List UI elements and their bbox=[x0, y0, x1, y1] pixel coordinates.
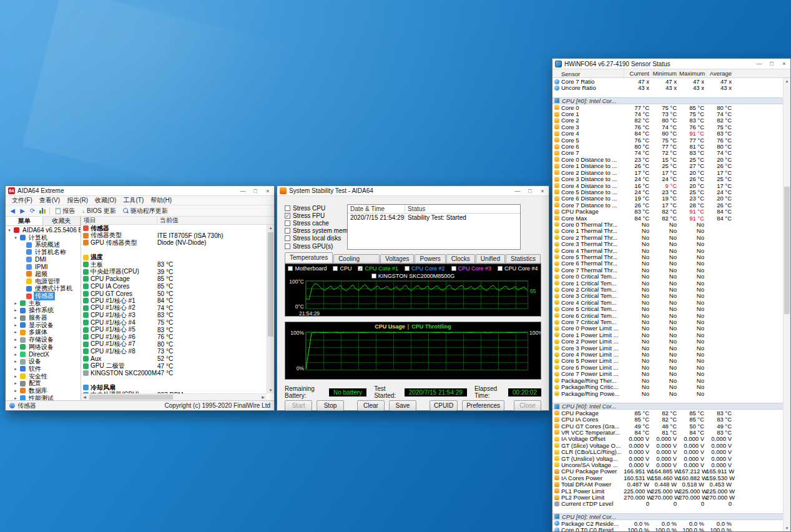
list-row-kingston-skc2000m8500g[interactable]: KINGSTON SKC2000M8500G47 °C bbox=[81, 370, 267, 377]
stability-titlebar[interactable]: System Stability Test - AIDA64 — □ × bbox=[277, 186, 549, 196]
tab-statistics[interactable]: Statistics bbox=[506, 254, 541, 263]
sensor-row-core-4-critical-tem[interactable]: Core 4 Critical Tem...NoNoNo bbox=[553, 299, 783, 305]
list-row-gpu[interactable]: GPU 传感器类型Diode (NV-Diode) bbox=[81, 239, 267, 247]
nav-tab-[interactable]: 菜单 bbox=[6, 217, 43, 225]
sensor-row-core-1-distance-to[interactable]: Core 1 Distance to ...26 °C25 °C27 °C26 … bbox=[553, 162, 783, 169]
horizontal-scrollbar[interactable]: ◀ ▶ bbox=[81, 393, 267, 400]
checkbox-stress-gpu-s[interactable]: Stress GPU(s) bbox=[285, 242, 356, 250]
legend-cpu-core-1[interactable]: ✓CPU Core #1 bbox=[358, 265, 398, 272]
legend-motherboard[interactable]: Motherboard bbox=[288, 265, 327, 272]
sensor-row-core-0-critical-tem[interactable]: Core 0 Critical Tem...NoNoNo bbox=[553, 273, 783, 279]
expander-icon[interactable]: ▸ bbox=[13, 315, 18, 320]
list-row-cpu-package[interactable]: CPU Package85 °C bbox=[81, 275, 267, 283]
sensor-row-core-1-thermal-thr[interactable]: Core 1 Thermal Thr...NoNoNo bbox=[553, 227, 783, 234]
sensor-row-current-ctdp-level[interactable]: Current cTDP Level0000 bbox=[553, 500, 783, 506]
sensor-row-core-4-thermal-thr[interactable]: Core 4 Thermal Thr...NoNoNo bbox=[553, 247, 783, 254]
checkbox-stress-system-memory[interactable]: Stress system memory bbox=[285, 227, 356, 235]
expander-icon[interactable]: ▸ bbox=[13, 330, 18, 335]
tree-item-[interactable]: ▸性能测试 bbox=[6, 395, 81, 400]
bar-chart-icon[interactable] bbox=[39, 207, 46, 214]
expander-icon[interactable]: ▸ bbox=[13, 367, 18, 372]
sensor-row-package-ring-critic[interactable]: Package/Ring Critic...NoNoNo bbox=[553, 383, 783, 390]
legend-kingston-skc2000m8500g[interactable]: KINGSTON SKC2000M8500G bbox=[371, 273, 454, 279]
sensor-row-core-6-power-limit[interactable]: Core 6 Power Limit ...NoNoNo bbox=[553, 364, 783, 370]
legend-cpu-core-2[interactable]: CPU Core #2 bbox=[405, 265, 445, 272]
sensor-row-core-0-thermal-thr[interactable]: Core 0 Thermal Thr...NoNoNo bbox=[553, 221, 783, 227]
sensor-row-core-2-critical-tem[interactable]: Core 2 Critical Tem...NoNoNo bbox=[553, 286, 783, 292]
log-row[interactable]: 2020/7/15 21:54:29Stability Test: Starte… bbox=[348, 214, 520, 221]
sensor-row-core-0-distance-to[interactable]: Core 0 Distance to ...23 °C15 °C25 °C20 … bbox=[553, 156, 783, 162]
minimize-button[interactable]: — bbox=[511, 186, 524, 195]
sensor-row-vr-vcc-temperatur[interactable]: VR VCC Temperatur...84 °C81 °C84 °C83 °C bbox=[553, 429, 783, 435]
expander-icon[interactable]: ▸ bbox=[13, 388, 18, 393]
sensor-row-core-5[interactable]: Core 576 °C75 °C77 °C76 °C bbox=[553, 137, 783, 143]
log-column-datetime[interactable]: Date & Time bbox=[348, 205, 405, 212]
menu-h[interactable]: 帮助(H) bbox=[147, 196, 175, 205]
tree-item-[interactable]: ▸设备 bbox=[6, 358, 81, 365]
column-header-item[interactable]: 项目 bbox=[81, 216, 157, 225]
sensor-row-uncore-ratio[interactable]: Uncore Ratio43 x43 x43 x43 x bbox=[553, 84, 783, 91]
nav-tab-[interactable]: 收藏夹 bbox=[43, 217, 81, 225]
tab-powers[interactable]: Powers bbox=[415, 254, 445, 263]
menu-v[interactable]: 查看(V) bbox=[36, 196, 63, 205]
expander-icon[interactable]: ▸ bbox=[13, 337, 18, 342]
scrollbar-thumb[interactable] bbox=[89, 395, 173, 400]
sensor-row-core-3-distance-to[interactable]: Core 3 Distance to ...24 °C24 °C26 °C25 … bbox=[553, 175, 783, 182]
sensor-row-ia-cores-power[interactable]: IA Cores Power160.531 W158.460 W160.882 … bbox=[553, 475, 783, 481]
checkbox-stress-cpu[interactable]: Stress CPU bbox=[285, 204, 356, 212]
sensor-row-core-6-critical-tem[interactable]: Core 6 Critical Tem...NoNoNo bbox=[553, 312, 783, 318]
tab-clocks[interactable]: Clocks bbox=[446, 254, 475, 263]
sensor-row-core-2[interactable]: Core 282 °C80 °C83 °C82 °C bbox=[553, 117, 783, 123]
scroll-down-button[interactable]: ▼ bbox=[784, 525, 790, 531]
legend-cpu-core-3[interactable]: CPU Core #3 bbox=[451, 265, 492, 272]
tree-item-dmi[interactable]: DMI bbox=[6, 256, 81, 264]
scroll-down-button[interactable]: ▼ bbox=[267, 387, 274, 393]
maximize-button[interactable]: □ bbox=[765, 59, 778, 69]
tree-item-[interactable]: 计算机名称 bbox=[6, 249, 81, 256]
sensor-row-core-2-thermal-thr[interactable]: Core 2 Thermal Thr...NoNoNo bbox=[553, 234, 783, 240]
close-test-button[interactable]: Close bbox=[514, 400, 541, 411]
expander-icon[interactable]: ▸ bbox=[13, 308, 18, 313]
list-row-cpu-1-8[interactable]: CPU #1/核心 #873 °C bbox=[81, 348, 267, 355]
sensor-row-core-2-distance-to[interactable]: Core 2 Distance to ...17 °C17 °C20 °C17 … bbox=[553, 169, 783, 175]
sensor-row-cpu-gt-cores-gra[interactable]: CPU GT Cores (Gra...49 °C48 °C50 °C49 °C bbox=[553, 423, 783, 429]
scrollbar-thumb[interactable] bbox=[784, 187, 790, 313]
expander-icon[interactable]: ▸ bbox=[13, 301, 18, 306]
expander-icon[interactable]: ▸ bbox=[13, 374, 18, 379]
vertical-scrollbar[interactable]: ▲ ▼ bbox=[267, 225, 274, 393]
sensor-section-header[interactable]: CPU [#0]: Intel Cor... bbox=[553, 403, 783, 409]
minimize-button[interactable]: — bbox=[753, 59, 765, 69]
aida64-titlebar[interactable]: 64 AIDA64 Extreme — □ × bbox=[6, 186, 274, 196]
sensor-row-ia-voltage-offset[interactable]: IA Voltage Offset0.000 V0.000 V0.000 V0.… bbox=[553, 435, 783, 441]
list-row-cpu[interactable]: 中央处理器(CPU)39 °C bbox=[81, 268, 267, 276]
sensor-row-core-5-distance-to[interactable]: Core 5 Distance to ...24 °C23 °C25 °C24 … bbox=[553, 189, 783, 195]
sensor-row-pl2-power-limit[interactable]: PL2 Power Limit270.000 W270.000 W270.000… bbox=[553, 494, 783, 500]
tab-voltages[interactable]: Voltages bbox=[380, 254, 414, 263]
close-button[interactable]: × bbox=[262, 186, 274, 195]
sensor-row-core-1[interactable]: Core 174 °C73 °C75 °C74 °C bbox=[553, 111, 783, 117]
sensor-row-uncore-sa-voltage[interactable]: Uncore/SA Voltage ...0.000 V0.000 V0.000… bbox=[553, 461, 783, 468]
refresh-icon[interactable]: ⟳ bbox=[28, 207, 37, 214]
bios-update-button[interactable]: ↓ BIOS 更新 bbox=[79, 207, 119, 215]
checkbox-stress-fpu[interactable]: ✓Stress FPU bbox=[285, 212, 356, 219]
expander-icon[interactable]: ▸ bbox=[13, 359, 18, 364]
sensor-row-core-1-critical-tem[interactable]: Core 1 Critical Tem...NoNoNo bbox=[553, 280, 783, 286]
tab-unified[interactable]: Unified bbox=[476, 254, 505, 263]
list-row-cpu-ia-cores[interactable]: CPU IA Cores85 °C bbox=[81, 283, 267, 290]
column-header-average[interactable]: Average bbox=[706, 69, 734, 78]
tree-item-[interactable]: ▸网络设备 bbox=[6, 343, 81, 351]
sensor-row-cpu-package-power[interactable]: CPU Package Power166.951 W164.885 W167.2… bbox=[553, 468, 783, 474]
sensor-row-core-1-power-limit[interactable]: Core 1 Power Limit ...NoNoNo bbox=[553, 332, 783, 338]
sensor-row-cpu-package[interactable]: CPU Package85 °C82 °C85 °C83 °C bbox=[553, 410, 783, 416]
sensor-row-core-0[interactable]: Core 077 °C75 °C85 °C80 °C bbox=[553, 104, 783, 111]
maximize-button[interactable]: □ bbox=[249, 186, 262, 195]
tree-item-directx[interactable]: ▸DirectX bbox=[6, 351, 81, 358]
checkbox-stress-local-disks[interactable]: Stress local disks bbox=[285, 235, 356, 242]
sensor-row-gt-slice-voltage-o[interactable]: GT (Slice) Voltage O...0.000 V0.000 V0.0… bbox=[553, 442, 783, 448]
sensor-row-cpu-package[interactable]: CPU Package83 °C82 °C91 °C84 °C bbox=[553, 208, 783, 214]
sensor-row-core-0-power-limit[interactable]: Core 0 Power Limit ...NoNoNo bbox=[553, 325, 783, 331]
tab-cooling-fans[interactable]: Cooling Fans bbox=[333, 254, 380, 263]
sensor-row-core-4[interactable]: Core 484 °C80 °C91 °C83 °C bbox=[553, 130, 783, 136]
maximize-button[interactable]: □ bbox=[524, 186, 536, 195]
sensor-row-core-6-distance-to[interactable]: Core 6 Distance to ...19 °C19 °C23 °C20 … bbox=[553, 195, 783, 201]
